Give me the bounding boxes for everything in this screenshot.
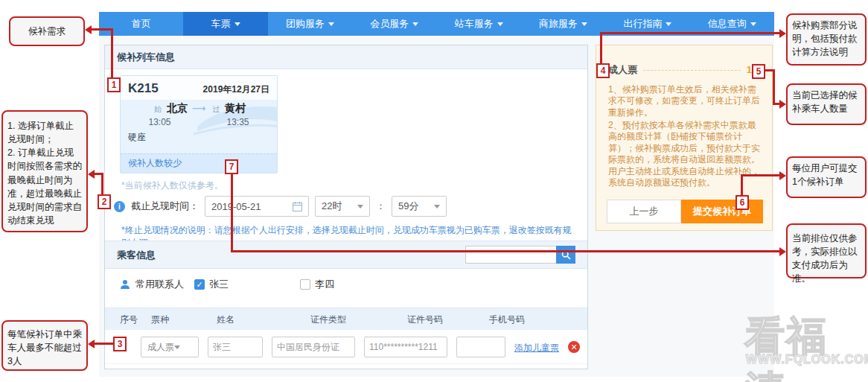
annotation-marker-1: 1 [107,77,121,92]
contact-checkbox-lisi[interactable] [300,279,310,290]
col-header-phone: 手机号码 [489,308,525,331]
passenger-id-number-input[interactable] [364,337,447,357]
chevron-down-icon [750,22,756,26]
callout-max-passengers: 每笔候补订单中乘车人最多不能超过3人 [1,320,88,371]
calendar-icon [293,202,302,211]
annotation-line [95,343,113,345]
divider [643,70,741,71]
deadline-row: 截止兑现时间： 2019-05-21 22时 ： 59分 [114,196,447,217]
chevron-down-icon [581,22,587,26]
annotation-arrow [88,170,95,179]
summary-note-1: 1、候补购票订单生效后，相关候补需求不可修改，如需变更，可终止订单后重新操作。 [608,84,764,118]
info-icon [114,201,125,212]
annotation-line [231,250,779,252]
ticket-type-select[interactable]: 成人票 [141,337,199,357]
submit-waitlist-order-button[interactable]: 提交候补订单 [681,200,763,223]
ticket-type-value: 成人票 [147,341,174,354]
travel-date: 2019年12月27日 [203,83,269,96]
nav-item-label: 商旅服务 [539,17,578,31]
callout-explain-section: 候补购票部分说明，包括预付款计算方法说明 [786,13,867,66]
deadline-minute-select[interactable]: 59分 [392,196,447,217]
train-number: K215 [128,81,159,96]
annotation-marker-6: 6 [735,195,749,210]
contacts-row: 常用联系人 张三 李四 [120,278,342,291]
annotation-line [231,174,233,252]
nav-item-station-services[interactable]: 站车服务 [437,12,521,36]
summary-title-row: 成人票 1人 [608,63,762,77]
deadline-date-input[interactable]: 2019-05-21 [205,196,309,217]
nav-item-label: 首页 [132,17,151,31]
annotation-line [741,174,779,176]
waitlist-status-link[interactable]: 候补人数较少 [121,153,277,173]
watermark-text: 看福清 [744,310,868,382]
annotation-line [741,176,743,195]
callout-deadline-rules: 1. 选择订单截止兑现时间； 2. 订单截止兑现时间按照各需求的最晚截止时间为准… [1,110,88,232]
passenger-name-input[interactable] [208,337,263,357]
passenger-id-type-input[interactable] [272,337,355,357]
annotation-arrow [779,171,786,180]
annotation-line [600,32,602,63]
contact-name: 张三 [209,278,229,291]
annotation-line [92,28,113,31]
route-arrow-icon: ⟶ [192,103,206,114]
callout-ranking-note: 当前排位仅供参考，实际排位以支付成功后为准。 [786,223,867,278]
annotation-marker-3: 3 [113,337,127,351]
chevron-down-icon [412,22,418,26]
annotation-line [101,173,103,194]
deadline-minute-value: 59分 [398,200,418,213]
chevron-down-icon [497,22,503,26]
waitlist-note: *当前候补人数仅供参考。 [121,179,223,192]
destination-type-label: 过 [212,105,220,113]
chevron-down-icon [357,205,363,208]
nav-item-label: 车票 [211,17,231,31]
annotation-arrow [779,100,786,109]
waitlist-panel: 候补列车信息 K215 2019年12月27日 始 北京 ⟶ 过 黄村 13:0… [104,45,588,369]
nav-item-group-services[interactable]: 团购服务 [268,12,352,36]
deadline-hour-select[interactable]: 22时 [315,196,370,217]
annotation-arrow [779,247,786,256]
annotation-marker-5: 5 [752,64,765,79]
deadline-hour-value: 22时 [322,200,342,213]
annotation-line [600,32,779,34]
destination-station: 黄村 [225,102,246,114]
train-route: 始 北京 ⟶ 过 黄村 [121,102,277,115]
chevron-down-icon [328,22,334,26]
passenger-phone-input[interactable] [456,337,505,357]
chevron-down-icon [666,22,671,26]
back-button[interactable]: 上一步 [607,200,681,223]
annotation-arrow [88,340,95,348]
nav-item-member-services[interactable]: 会员服务 [352,12,436,36]
annotation-marker-4: 4 [596,63,610,78]
arrive-time: 13:35 [199,117,277,127]
add-child-ticket-link[interactable]: 添加儿童票 [514,342,559,354]
nav-item-label: 会员服务 [370,17,409,31]
nav-item-tickets[interactable]: 车票 [183,12,267,36]
train-info-section-title: 候补列车信息 [105,45,587,69]
search-input[interactable] [465,246,556,264]
contact-checkbox-zhangsan[interactable] [194,279,205,290]
nav-item-label: 信息查询 [708,17,747,31]
col-header-id-type: 证件类型 [310,308,346,331]
deadline-separator: ： [376,200,386,213]
nav-item-label: 团购服务 [286,17,325,31]
col-header-ticket: 票种 [151,308,169,331]
annotation-arrow [779,29,786,38]
passenger-table-header: 序号 票种 姓名 证件类型 证件号码 手机号码 [105,308,587,330]
chevron-down-icon [174,346,180,349]
nav-item-business-travel[interactable]: 商旅服务 [521,12,605,36]
deadline-date-value: 2019-05-21 [211,201,261,212]
contact-name: 李四 [315,278,334,291]
annotation-arrow [85,25,92,34]
col-header-name: 姓名 [217,308,234,331]
train-card: K215 2019年12月27日 始 北京 ⟶ 过 黄村 13:05 13:35… [120,75,278,174]
origin-type-label: 始 [154,105,162,113]
origin-station: 北京 [167,102,188,114]
delete-passenger-icon[interactable] [568,341,580,353]
callout-waitlist-demand: 候补需求 [9,16,85,46]
annotation-marker-7: 7 [225,159,238,174]
chevron-down-icon [234,22,240,26]
seat-type: 硬座 [121,131,277,144]
train-times: 13:05 13:35 [121,117,277,127]
search-button[interactable] [556,246,575,264]
annotation-line [111,30,113,77]
